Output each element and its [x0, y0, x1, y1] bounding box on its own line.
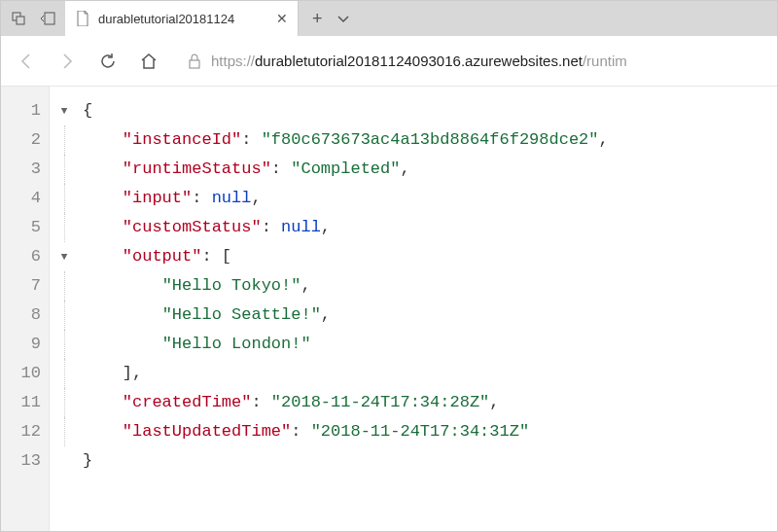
code-line: "createdTime": "2018-11-24T17:34:28Z",	[83, 388, 609, 417]
close-tab-icon[interactable]: ✕	[276, 11, 288, 26]
indent-guide	[64, 359, 65, 388]
set-aside-tabs-icon[interactable]	[36, 7, 59, 30]
chevron-down-icon[interactable]	[336, 12, 350, 25]
indent-guide	[64, 213, 65, 242]
fold-toggle-icon[interactable]: ▼	[61, 242, 68, 271]
svg-rect-1	[17, 17, 24, 24]
line-number: 5	[1, 213, 41, 242]
forward-button[interactable]	[57, 52, 77, 71]
indent-guide	[64, 125, 65, 155]
url-scheme: https://	[211, 53, 255, 69]
line-number: 2	[1, 125, 41, 155]
code-line: ],	[83, 359, 609, 388]
svg-rect-3	[190, 60, 199, 68]
back-button[interactable]	[17, 52, 36, 71]
code-line: "input": null,	[83, 184, 609, 213]
code-line: {	[83, 96, 609, 125]
indent-guide	[64, 184, 65, 213]
line-number: 4	[1, 184, 41, 213]
browser-tab[interactable]: durabletutorial20181124 ✕	[65, 1, 299, 36]
indent-guide	[64, 388, 65, 417]
code-content[interactable]: { "instanceId": "f80c673673ac4a13bd8864f…	[79, 87, 609, 531]
line-number: 9	[1, 330, 41, 359]
indent-guide	[64, 155, 65, 184]
nav-toolbar: https://durabletutorial20181124093016.az…	[1, 36, 777, 87]
file-icon	[75, 11, 90, 26]
line-number: 12	[1, 417, 41, 446]
line-number: 1	[1, 96, 41, 125]
line-number-gutter: 12345678910111213	[1, 87, 50, 531]
line-number: 3	[1, 155, 41, 184]
indent-guide	[64, 301, 65, 330]
tab-actions-icon[interactable]	[7, 7, 30, 30]
title-bar: durabletutorial20181124 ✕ +	[1, 1, 777, 36]
indent-guide	[64, 417, 65, 446]
json-viewer: 12345678910111213 ▼▼ { "instanceId": "f8…	[1, 87, 777, 531]
code-line: "customStatus": null,	[83, 213, 609, 242]
code-line: "instanceId": "f80c673673ac4a13bd8864f6f…	[83, 125, 609, 155]
tab-strip-actions: +	[299, 1, 350, 36]
code-line: "output": [	[83, 242, 609, 271]
url-path: /runtim	[583, 53, 627, 69]
line-number: 10	[1, 359, 41, 388]
url-host: durabletutorial20181124093016.azurewebsi…	[255, 53, 583, 69]
line-number: 6	[1, 242, 41, 271]
code-line: "Hello Seattle!",	[83, 301, 609, 330]
fold-toggle-icon[interactable]: ▼	[61, 96, 68, 125]
new-tab-icon[interactable]: +	[312, 9, 323, 29]
line-number: 11	[1, 388, 41, 417]
address-bar[interactable]: https://durabletutorial20181124093016.az…	[180, 53, 761, 69]
code-line: "Hello Tokyo!",	[83, 271, 609, 301]
line-number: 13	[1, 446, 41, 476]
code-line: "Hello London!"	[83, 330, 609, 359]
lock-icon	[188, 53, 201, 69]
line-number: 7	[1, 271, 41, 301]
window-controls	[1, 1, 65, 36]
tab-title: durabletutorial20181124	[98, 12, 268, 26]
indent-guide	[64, 330, 65, 359]
refresh-button[interactable]	[98, 52, 118, 71]
url-text: https://durabletutorial20181124093016.az…	[211, 53, 761, 69]
line-number: 8	[1, 301, 41, 330]
code-line: "lastUpdatedTime": "2018-11-24T17:34:31Z…	[83, 417, 609, 446]
fold-column: ▼▼	[50, 87, 79, 531]
home-button[interactable]	[139, 52, 159, 71]
code-line: "runtimeStatus": "Completed",	[83, 155, 609, 184]
indent-guide	[64, 271, 65, 301]
svg-rect-2	[45, 13, 54, 24]
code-line: }	[83, 446, 609, 476]
